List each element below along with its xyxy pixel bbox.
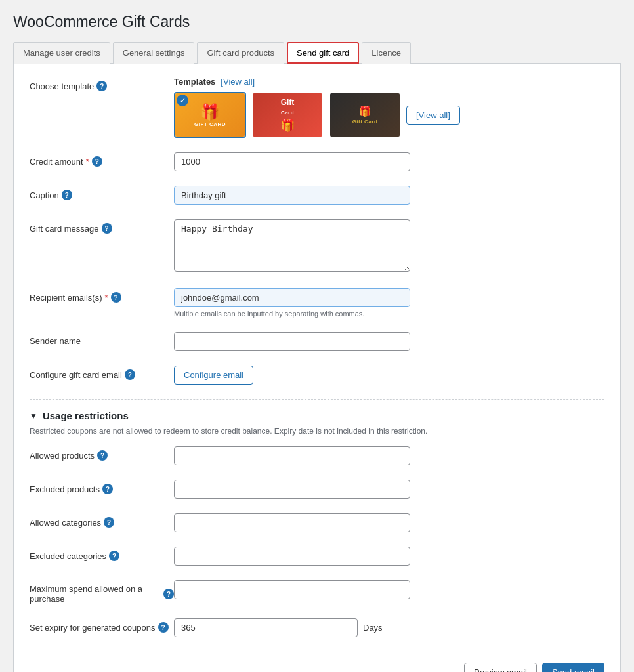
max-spend-input[interactable] [174,580,410,599]
excluded-categories-row: Excluded categories ? [30,547,604,568]
allowed-categories-input[interactable] [174,513,410,532]
recipient-emails-row: Recipient emails(s) * ? Multiple emails … [30,288,604,320]
configure-email-row: Configure gift card email ? Configure em… [30,366,604,387]
caption-field [174,186,604,205]
recipient-emails-field: Multiple emails can be inputted by separ… [174,288,604,318]
allowed-products-help-icon[interactable]: ? [97,450,108,461]
tab-bar: Manage user credits General settings Gif… [13,41,621,64]
caption-label: Caption ? [30,186,174,200]
template-1-checkmark: ✓ [177,94,188,106]
configure-email-field: Configure email [174,366,604,385]
tab-general-settings[interactable]: General settings [113,42,195,64]
excluded-categories-label: Excluded categories ? [30,547,174,561]
allowed-products-field [174,446,604,465]
excluded-products-input[interactable] [174,480,410,499]
excluded-categories-input[interactable] [174,547,410,566]
tab-gift-card-products[interactable]: Gift card products [197,42,284,64]
template-1-text: GIFT CARD [194,121,226,127]
recipient-emails-required: * [105,293,108,303]
max-spend-field [174,580,604,599]
template-2-subtext: Card [281,110,294,116]
sender-name-label: Sender name [30,332,174,346]
excluded-products-field [174,480,604,499]
allowed-products-label: Allowed products ? [30,446,174,461]
section-divider [30,399,604,400]
set-expiry-row: Set expiry for generated coupons ? Days [30,618,604,640]
view-all-button[interactable]: [View all] [406,106,460,125]
page-title: WooCommerce Gift Cards [13,13,621,31]
configure-email-help-icon[interactable]: ? [125,369,135,380]
usage-restrictions-arrow[interactable]: ▼ [30,411,37,421]
configure-email-label: Configure gift card email ? [30,366,174,380]
gift-card-message-label: Gift card message ? [30,219,174,234]
template-3-text: Gift Card [352,119,378,125]
sender-name-input[interactable] [174,332,410,351]
allowed-products-row: Allowed products ? [30,446,604,468]
allowed-categories-label: Allowed categories ? [30,513,174,528]
days-label: Days [363,623,383,633]
choose-template-field: Templates [View all] 🎁 GIFT CARD ✓ Gift [174,77,604,138]
configure-email-button[interactable]: Configure email [174,366,253,385]
credit-amount-required: * [86,157,89,167]
tab-licence[interactable]: Licence [362,42,411,64]
caption-input[interactable] [174,186,410,205]
gift-card-message-textarea[interactable] [174,219,410,272]
restriction-note: Restricted coupons are not allowed to re… [30,427,604,436]
sender-name-field [174,332,604,351]
max-spend-label: Maximum spend allowed on a purchase ? [30,580,174,604]
template-thumbnails: 🎁 GIFT CARD ✓ Gift Card 🎁 [174,92,604,138]
template-3-icon: 🎁 [358,105,371,117]
excluded-products-label: Excluded products ? [30,480,174,494]
template-thumb-3[interactable]: 🎁 Gift Card [329,92,401,138]
max-spend-help-icon[interactable]: ? [163,589,174,599]
gift-card-message-help-icon[interactable]: ? [102,223,112,234]
preview-email-button[interactable]: Preview email [464,663,537,672]
allowed-categories-row: Allowed categories ? [30,513,604,535]
set-expiry-help-icon[interactable]: ? [158,622,169,633]
template-thumb-2[interactable]: Gift Card 🎁 [251,92,324,138]
credit-amount-row: Credit amount * ? [30,152,604,174]
excluded-categories-field [174,547,604,566]
days-wrapper: Days [174,618,604,637]
tab-send-gift-card[interactable]: Send gift card [287,42,359,64]
gift-card-message-field [174,219,604,274]
usage-restrictions-heading: ▼ Usage restrictions [30,410,604,421]
excluded-products-row: Excluded products ? [30,480,604,501]
credit-amount-input[interactable] [174,152,410,171]
templates-view-all-link[interactable]: [View all] [221,77,255,87]
template-1-icon: 🎁 [200,103,220,121]
choose-template-help-icon[interactable]: ? [96,81,107,91]
credit-amount-label: Credit amount * ? [30,152,174,167]
recipient-emails-input[interactable] [174,288,410,307]
template-2-text: Gift [281,98,295,107]
set-expiry-field: Days [174,618,604,637]
tab-manage-user-credits[interactable]: Manage user credits [13,42,110,64]
send-email-button[interactable]: Send email [542,663,604,672]
allowed-products-input[interactable] [174,446,410,465]
allowed-categories-field [174,513,604,532]
recipient-emails-label: Recipient emails(s) * ? [30,288,174,303]
allowed-categories-help-icon[interactable]: ? [104,517,114,528]
set-expiry-input[interactable] [174,618,358,637]
choose-template-row: Choose template ? Templates [View all] 🎁… [30,77,604,140]
recipient-emails-help-icon[interactable]: ? [111,292,121,303]
choose-template-label: Choose template ? [30,77,174,91]
recipient-emails-hint: Multiple emails can be inputted by separ… [174,310,604,318]
caption-row: Caption ? [30,186,604,207]
excluded-products-help-icon[interactable]: ? [102,484,113,494]
template-thumb-1[interactable]: 🎁 GIFT CARD ✓ [174,92,246,138]
gift-card-message-row: Gift card message ? [30,219,604,276]
templates-title: Templates [174,77,215,87]
caption-help-icon[interactable]: ? [62,190,72,200]
footer-actions: Preview email Send email [30,652,604,672]
max-spend-row: Maximum spend allowed on a purchase ? [30,580,604,606]
set-expiry-label: Set expiry for generated coupons ? [30,618,174,633]
credit-amount-field [174,152,604,171]
credit-amount-help-icon[interactable]: ? [92,156,102,167]
excluded-categories-help-icon[interactable]: ? [109,551,119,561]
main-content: Choose template ? Templates [View all] 🎁… [13,64,621,672]
sender-name-row: Sender name [30,332,604,354]
template-2-icon: 🎁 [280,118,295,133]
